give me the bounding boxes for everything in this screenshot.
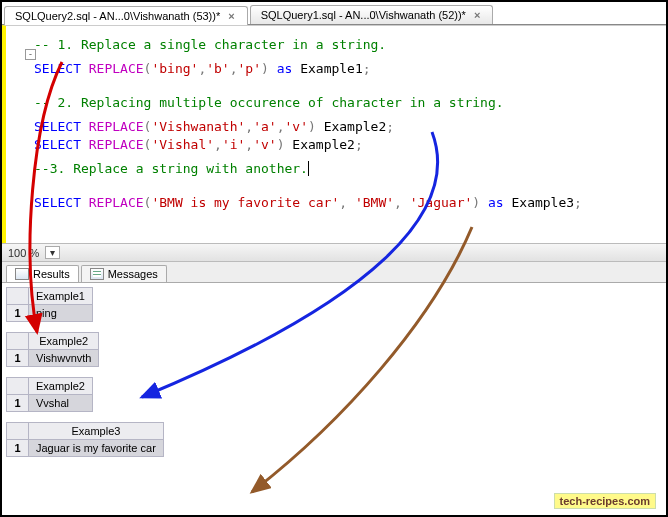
code-line: SELECT REPLACE('bing','b','p') as Exampl… [34, 60, 660, 78]
tab-label: Results [33, 268, 70, 280]
tab-label: SQLQuery2.sql - AN...0\Vishwanath (53))* [15, 10, 220, 22]
column-header[interactable]: Example2 [29, 378, 93, 395]
sql-editor[interactable]: - -- 1. Replace a single character in a … [2, 25, 666, 243]
cell-value[interactable]: Vishwvnvth [29, 350, 99, 367]
table-row[interactable]: 1Vvshal [7, 395, 93, 412]
result-tabs: Results Messages [2, 262, 666, 283]
tab-results[interactable]: Results [6, 265, 79, 282]
tab-label: SQLQuery1.sql - AN...0\Vishwanath (52))* [261, 9, 466, 21]
row-number: 1 [7, 350, 29, 367]
comment: -- 1. Replace a single character in a st… [34, 36, 660, 54]
cell-value[interactable]: Vvshal [29, 395, 93, 412]
code-line: SELECT REPLACE('BMW is my favorite car',… [34, 194, 660, 212]
cell-value[interactable]: Jaguar is my favorite car [29, 440, 164, 457]
grid-corner[interactable] [7, 333, 29, 350]
comment: -- 2. Replacing multiple occurence of ch… [34, 94, 660, 112]
tab-query2[interactable]: SQLQuery2.sql - AN...0\Vishwanath (53))*… [4, 6, 248, 25]
table-row[interactable]: 1ping [7, 305, 93, 322]
collapse-icon[interactable]: - [25, 49, 36, 60]
row-number: 1 [7, 440, 29, 457]
code-line: SELECT REPLACE('Vishal','i','v') Example… [34, 136, 660, 154]
grid-icon [15, 268, 29, 280]
column-header[interactable]: Example2 [29, 333, 99, 350]
row-number: 1 [7, 305, 29, 322]
tab-label: Messages [108, 268, 158, 280]
dropdown-icon[interactable]: ▾ [45, 246, 60, 259]
gutter: - [10, 26, 28, 243]
row-number: 1 [7, 395, 29, 412]
zoom-bar: 100 % ▾ [2, 243, 666, 262]
result-grid: Example2 1Vishwvnvth [6, 332, 662, 367]
code-line: SELECT REPLACE('Vishwanath','a','v') Exa… [34, 118, 660, 136]
cell-value[interactable]: ping [29, 305, 93, 322]
result-grid: Example1 1ping [6, 287, 662, 322]
close-icon[interactable]: × [226, 10, 236, 22]
grid-corner[interactable] [7, 378, 29, 395]
table-row[interactable]: 1Vishwvnvth [7, 350, 99, 367]
tab-messages[interactable]: Messages [81, 265, 167, 282]
result-grid: Example3 1Jaguar is my favorite car [6, 422, 662, 457]
column-header[interactable]: Example1 [29, 288, 93, 305]
document-tabs: SQLQuery2.sql - AN...0\Vishwanath (53))*… [2, 2, 666, 25]
grid-corner[interactable] [7, 423, 29, 440]
grid-corner[interactable] [7, 288, 29, 305]
result-grid: Example2 1Vvshal [6, 377, 662, 412]
table-row[interactable]: 1Jaguar is my favorite car [7, 440, 164, 457]
comment: --3. Replace a string with another. [34, 160, 660, 178]
close-icon[interactable]: × [472, 9, 482, 21]
column-header[interactable]: Example3 [29, 423, 164, 440]
tab-query1[interactable]: SQLQuery1.sql - AN...0\Vishwanath (52))*… [250, 5, 494, 24]
messages-icon [90, 268, 104, 280]
watermark: tech-recipes.com [554, 493, 656, 509]
zoom-value: 100 % [8, 247, 39, 259]
results-pane[interactable]: Example1 1ping Example2 1Vishwvnvth Exam… [2, 283, 666, 499]
